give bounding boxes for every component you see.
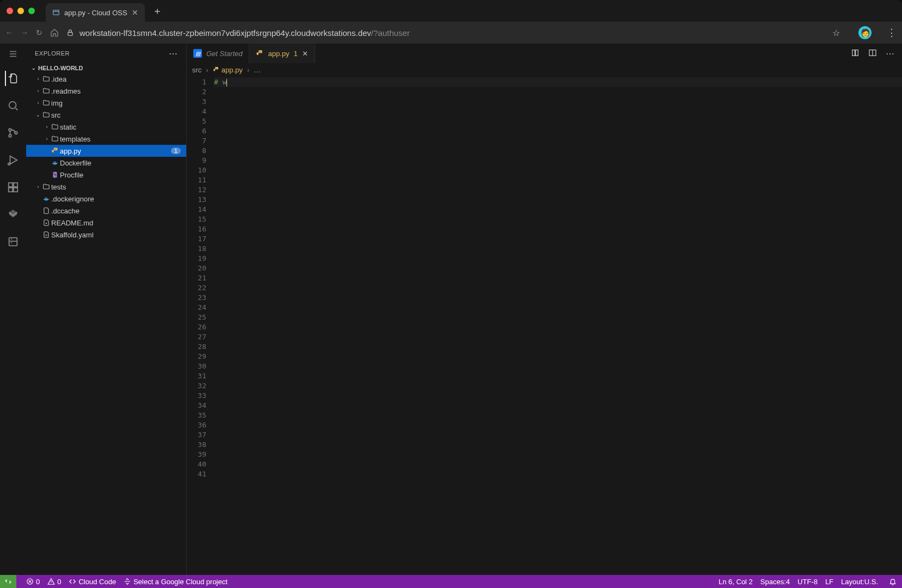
cloud-code-activity-icon[interactable] xyxy=(5,207,21,222)
explorer-activity-icon[interactable] xyxy=(5,71,20,86)
svg-point-7 xyxy=(8,163,10,166)
browser-tab-close-icon[interactable]: ✕ xyxy=(132,8,138,17)
root-folder-label: HELLO-WORLD xyxy=(38,65,83,71)
file-tree-item[interactable]: Skaffold.yaml xyxy=(26,229,186,241)
generic-file-icon xyxy=(41,207,51,215)
file-tree-item[interactable]: .dccache xyxy=(26,205,186,217)
folder-tree-item[interactable]: ⌄src xyxy=(26,109,186,121)
file-tree-item[interactable]: README.md xyxy=(26,217,186,229)
folder-tree-item[interactable]: ›tests xyxy=(26,181,186,193)
chevron-right-icon: › xyxy=(44,136,50,142)
folder-icon xyxy=(41,87,51,95)
docker-file-icon xyxy=(41,195,51,203)
tree-item-label: .idea xyxy=(51,75,181,83)
status-errors[interactable]: 0 xyxy=(26,578,40,586)
extensions-activity-icon[interactable] xyxy=(5,180,21,195)
python-file-icon xyxy=(50,147,60,155)
breadcrumb-src[interactable]: src xyxy=(192,66,201,74)
tree-item-label: tests xyxy=(51,183,181,191)
status-bar: 0 0 Cloud Code Select a Google Cloud pro… xyxy=(0,575,902,588)
search-activity-icon[interactable] xyxy=(5,98,21,113)
sidebar-title: EXPLORER xyxy=(35,50,70,57)
tab-get-started[interactable]: ▤ Get Started xyxy=(187,44,249,63)
sidebar-actions-icon[interactable]: ⋯ xyxy=(169,48,178,59)
python-file-icon xyxy=(256,50,263,57)
folder-icon xyxy=(50,123,60,131)
new-tab-button[interactable]: ＋ xyxy=(152,4,162,17)
close-window-icon[interactable] xyxy=(7,8,13,14)
editor-more-icon[interactable]: ⋯ xyxy=(886,48,894,59)
docker-file-icon xyxy=(50,159,60,167)
folder-tree-item[interactable]: ›templates xyxy=(26,133,186,145)
browser-tab-favicon xyxy=(52,9,60,16)
hamburger-menu-icon[interactable] xyxy=(8,49,18,59)
status-cloud-code[interactable]: Cloud Code xyxy=(69,578,116,586)
tab-app-py[interactable]: app.py 1 ✕ xyxy=(249,44,315,63)
status-spaces[interactable]: Spaces:4 xyxy=(760,578,790,586)
folder-tree-item[interactable]: ›img xyxy=(26,97,186,109)
folder-tree-item[interactable]: ›.idea xyxy=(26,73,186,85)
code-content[interactable]: # w xyxy=(214,76,902,575)
status-select-project[interactable]: Select a Google Cloud project xyxy=(124,578,228,586)
scm-activity-icon[interactable] xyxy=(5,125,21,140)
status-eol[interactable]: LF xyxy=(825,578,833,586)
tree-item-label: src xyxy=(51,111,181,119)
remote-indicator[interactable] xyxy=(0,575,16,588)
breadcrumb[interactable]: src › app.py › … xyxy=(187,63,902,76)
chevron-down-icon: ⌄ xyxy=(35,112,41,118)
svg-rect-1 xyxy=(68,32,72,35)
debug-activity-icon[interactable] xyxy=(5,152,21,168)
forward-button[interactable]: → xyxy=(21,28,28,37)
tree-item-label: Skaffold.yaml xyxy=(51,231,181,239)
folder-icon xyxy=(41,183,51,191)
status-errors-count: 0 xyxy=(36,578,40,586)
folder-icon xyxy=(50,135,60,143)
status-layout[interactable]: Layout:U.S. xyxy=(841,578,878,586)
address-bar[interactable]: workstation-lf31smn4.cluster-zpbeimon7vd… xyxy=(66,28,825,38)
browser-menu-icon[interactable]: ⋮ xyxy=(887,27,897,39)
browser-tab[interactable]: app.py - Cloud OSS ✕ xyxy=(46,3,145,22)
file-tree-item[interactable]: Dockerfile xyxy=(26,157,186,169)
sidebar-header: EXPLORER ⋯ xyxy=(26,44,186,63)
tree-item-label: README.md xyxy=(51,219,181,227)
bookmark-star-icon[interactable]: ☆ xyxy=(832,28,840,38)
status-warnings[interactable]: 0 xyxy=(47,578,61,586)
folder-icon xyxy=(41,99,51,107)
tree-item-label: .dockerignore xyxy=(51,195,181,203)
folder-tree-item[interactable]: ›static xyxy=(26,121,186,133)
home-button[interactable] xyxy=(50,28,59,37)
svg-rect-11 xyxy=(14,188,17,192)
file-tree-item[interactable]: .dockerignore xyxy=(26,193,186,205)
tree-item-label: app.py xyxy=(60,147,171,155)
file-tree-item[interactable]: Procfile xyxy=(26,169,186,181)
file-drawer-activity-icon[interactable] xyxy=(5,234,21,249)
tree-item-label: Dockerfile xyxy=(60,159,181,167)
chevron-right-icon: › xyxy=(35,76,41,82)
minimize-window-icon[interactable] xyxy=(17,8,24,14)
compare-changes-icon[interactable] xyxy=(851,48,860,59)
activity-bar xyxy=(0,44,26,575)
browser-tab-title: app.py - Cloud OSS xyxy=(64,9,127,17)
svg-rect-13 xyxy=(53,172,57,178)
browser-toolbar: ← → ↻ workstation-lf31smn4.cluster-zpbei… xyxy=(0,22,902,44)
file-tree-item[interactable]: app.py1 xyxy=(26,145,186,157)
breadcrumb-file[interactable]: app.py xyxy=(213,66,243,74)
maximize-window-icon[interactable] xyxy=(28,8,35,14)
status-ln-col[interactable]: Ln 6, Col 2 xyxy=(719,578,753,586)
tab-close-icon[interactable]: ✕ xyxy=(302,50,308,58)
svg-point-4 xyxy=(9,134,11,137)
back-button[interactable]: ← xyxy=(5,28,13,37)
reload-button[interactable]: ↻ xyxy=(36,28,42,37)
folder-tree-item[interactable]: ›.readmes xyxy=(26,85,186,97)
tab-modified-badge: 1 xyxy=(294,50,298,58)
split-editor-icon[interactable] xyxy=(868,48,877,59)
status-encoding[interactable]: UTF-8 xyxy=(797,578,818,586)
sidebar-root[interactable]: ⌄ HELLO-WORLD xyxy=(26,63,186,73)
file-tree: ›.idea›.readmes›img⌄src›static›templates… xyxy=(26,73,186,241)
profile-avatar[interactable]: 🧑 xyxy=(858,26,872,39)
notifications-bell-icon[interactable] xyxy=(889,578,897,585)
svg-rect-0 xyxy=(53,10,59,15)
url-text: workstation-lf31smn4.cluster-zpbeimon7vd… xyxy=(79,28,410,38)
breadcrumb-more[interactable]: … xyxy=(254,66,261,74)
code-editor[interactable]: 1234567891011121314151617181920212223242… xyxy=(187,76,902,575)
